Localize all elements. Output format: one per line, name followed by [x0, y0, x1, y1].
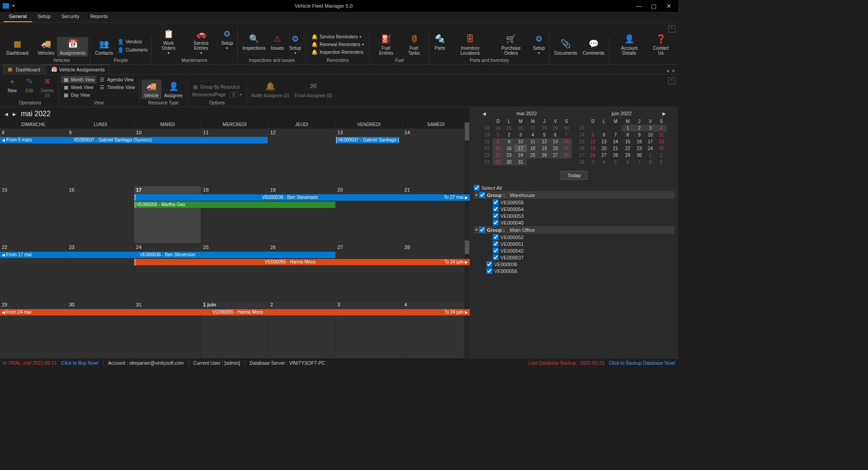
delete-button[interactable]: ✖Delete(0) — [38, 75, 57, 99]
prev-month-button[interactable]: ◀ — [5, 112, 8, 117]
vehicle-checkbox[interactable] — [493, 248, 499, 254]
menu-security[interactable]: Security — [56, 12, 85, 22]
dashboard-button[interactable]: ▦Dashboard — [4, 37, 31, 56]
purchase-orders-button[interactable]: 🛒Purchase Orders — [492, 32, 530, 56]
email-assignee-button[interactable]: ✉Email Assignee (0) — [292, 80, 335, 99]
grid-icon: ▦ — [63, 92, 69, 98]
contact-us-button[interactable]: ❓Contact Us — [647, 32, 675, 56]
menu-general[interactable]: General — [4, 12, 32, 22]
grid-icon: ▦ — [63, 84, 69, 90]
qat-dropdown-icon[interactable] — [12, 5, 15, 7]
inspections-button[interactable]: 🔍Inspections — [240, 32, 268, 52]
notify-assignee-button[interactable]: 🔔Notify Assignee (0) — [249, 80, 292, 99]
buy-now-link[interactable]: Click to Buy Now! — [61, 360, 99, 366]
new-button[interactable]: ＋New — [4, 75, 21, 94]
calendar-cell[interactable]: 27 — [335, 244, 402, 301]
parts-button[interactable]: 🔩Parts — [431, 32, 448, 52]
menu-reports[interactable]: Reports — [85, 12, 113, 22]
day-view-button[interactable]: ▦Day View — [61, 91, 96, 99]
service-reminders-button[interactable]: 🔔Service Reminders ▾ — [310, 33, 366, 40]
insp-setup-button[interactable]: ⚙Setup▾ — [287, 32, 304, 56]
vehicle-checkbox[interactable] — [486, 268, 492, 274]
mini-calendar-june[interactable]: juin 2022▶ DLMMJVS 231234 24567891011 25… — [576, 111, 667, 165]
documents-button[interactable]: 📎Documents — [552, 37, 580, 56]
collapse-icon[interactable]: ▾ — [476, 193, 477, 197]
resource-vehicle-button[interactable]: 🚚Vehicle — [142, 80, 161, 99]
resource-assignee-button[interactable]: 👤Assignee — [161, 80, 185, 99]
dashboard-icon: ▦ — [8, 66, 14, 73]
mini-next-button[interactable]: ▶ — [662, 111, 666, 116]
contacts-button[interactable]: 👥Contacts — [92, 37, 115, 56]
event-bar[interactable]: VE000037 - Gabriel Santiago (Su — [336, 137, 399, 143]
app-logo-icon — [3, 3, 9, 9]
customers-button[interactable]: 👤Customers — [116, 46, 149, 53]
vendors-button[interactable]: 👤Vendors — [116, 38, 149, 45]
month-view-button[interactable]: ▦Month View — [61, 76, 96, 83]
vehicle-checkbox[interactable] — [493, 220, 499, 226]
ribbon-collapse-button[interactable]: ⌃ — [668, 25, 675, 33]
maximize-button[interactable]: ▢ — [647, 3, 660, 9]
service-entries-button[interactable]: 🚗Service Entries▾ — [184, 27, 218, 56]
select-all-checkbox[interactable] — [474, 185, 480, 191]
collapse-icon[interactable]: ▾ — [476, 228, 477, 232]
calendar-cell[interactable]: 12 — [269, 129, 335, 186]
resources-per-page[interactable]: Resources/Page 2 ▾ — [190, 91, 244, 98]
group-checkbox[interactable] — [479, 192, 485, 198]
event-bar[interactable]: ◀ From 5 mars VE000037 - Gabriel Santiag… — [0, 137, 268, 143]
calendar-scrollbar[interactable] — [464, 122, 470, 358]
vehicle-checkbox[interactable] — [493, 234, 499, 240]
assignments-button[interactable]: 📅Assignments — [57, 37, 88, 56]
account-details-button[interactable]: 👤Account Details — [611, 32, 647, 56]
comments-button[interactable]: 💬Comments — [580, 37, 607, 56]
calendar-cell[interactable]: 15 — [0, 186, 67, 243]
tab-vehicle-assignments[interactable]: 📅Vehicle Assignments — [46, 65, 110, 74]
event-bar[interactable]: ◀ From 17 maiVE000036 - Ben Stevenson — [0, 252, 335, 258]
renewal-reminders-button[interactable]: 🔔Renewal Reminders ▾ — [310, 41, 366, 48]
calendar-cell[interactable]: 16 — [67, 186, 134, 243]
minimize-button[interactable]: — — [632, 3, 646, 9]
next-month-button[interactable]: ▶ — [13, 112, 16, 117]
event-bar[interactable]: ◀From 24 maiVE000055 - Hanna MoosTo 24 j… — [0, 309, 470, 315]
people-icon: 👥 — [98, 38, 110, 50]
fuel-tanks-button[interactable]: 🛢Fuel Tanks — [401, 32, 427, 56]
work-orders-button[interactable]: 📋Work Orders▾ — [153, 27, 184, 56]
timeline-view-button[interactable]: ☰Timeline View — [97, 84, 137, 91]
vehicle-checkbox[interactable] — [493, 241, 499, 247]
calendar-cell[interactable]: 28 — [403, 244, 470, 301]
mini-calendar-may[interactable]: ◀mai 2022 DLMMJVS 1824252627282930 19123… — [481, 111, 572, 165]
inventory-loc-button[interactable]: 🗄Inventory Locations — [448, 32, 492, 56]
group-by-resource-toggle[interactable]: ▤Group By Resource — [190, 83, 244, 90]
subribbon-collapse-button[interactable]: ⌃ — [668, 77, 675, 85]
month-label: mai 2022 — [21, 110, 51, 118]
tab-dashboard[interactable]: ▦Dashboard — [3, 65, 45, 74]
fuel-entries-button[interactable]: ⛽Fuel Entries — [372, 32, 401, 56]
calendar-icon: 📅 — [67, 38, 79, 50]
mini-prev-button[interactable]: ◀ — [482, 111, 486, 116]
menu-setup[interactable]: Setup — [32, 12, 56, 22]
parts-setup-button[interactable]: ⚙Setup▾ — [530, 32, 547, 56]
maint-setup-button[interactable]: ⚙Setup▾ — [218, 27, 236, 52]
event-bar[interactable]: VE000056 - Martha Gao — [134, 202, 335, 208]
agenda-view-button[interactable]: ☰Agenda View — [97, 76, 137, 83]
backup-now-link[interactable]: Click to Backup Database Now! — [609, 360, 675, 366]
calendar-cell[interactable]: 14 — [403, 129, 470, 186]
tab-close-icon[interactable]: ✕ — [671, 68, 675, 74]
tab-dropdown-icon[interactable]: ▾ — [667, 68, 670, 74]
vehicle-checkbox[interactable] — [493, 213, 499, 219]
group-checkbox[interactable] — [479, 227, 485, 233]
titlebar: Vehicle Fleet Manager 5.0 — ▢ ✕ — [0, 0, 678, 12]
inspection-reminders-button[interactable]: 🔔Inspection Reminders — [310, 48, 366, 56]
vehicle-checkbox[interactable] — [486, 261, 492, 267]
close-button[interactable]: ✕ — [662, 3, 675, 9]
vehicles-button[interactable]: 🚚Vehicles — [35, 37, 57, 56]
event-bar[interactable]: VE000055 - Hanna MoosTo 24 juin ▶ — [134, 259, 470, 265]
today-button[interactable]: Today — [561, 171, 587, 180]
alert-icon: ⚠ — [271, 33, 283, 45]
vehicle-checkbox[interactable] — [493, 206, 499, 212]
vehicle-checkbox[interactable] — [493, 199, 499, 205]
week-view-button[interactable]: ▦Week View — [61, 84, 96, 91]
issues-button[interactable]: ⚠Issues — [268, 32, 287, 52]
edit-button[interactable]: ✎Edit — [21, 75, 38, 94]
event-bar[interactable]: VE000036 - Ben StevensonTo 27 mai ▶ — [134, 194, 470, 201]
vehicle-checkbox[interactable] — [493, 254, 499, 260]
